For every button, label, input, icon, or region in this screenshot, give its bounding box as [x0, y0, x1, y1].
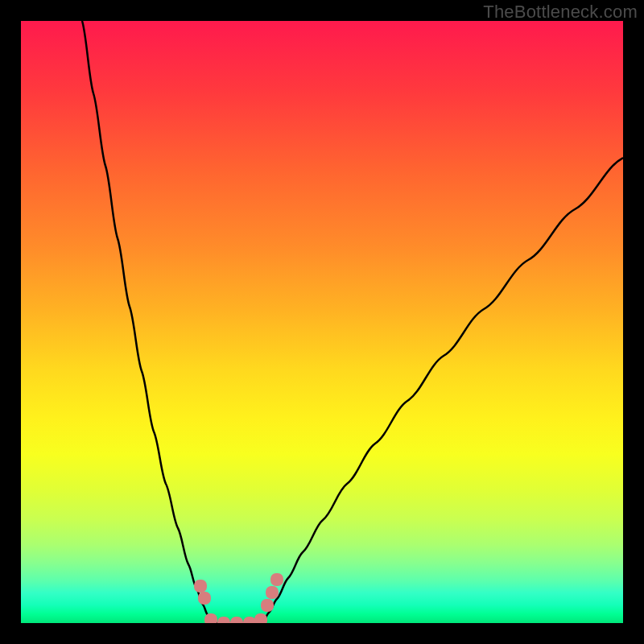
chart-svg: [21, 21, 623, 623]
marker-dot: [261, 599, 274, 612]
marker-dot: [266, 586, 279, 599]
curve-group: [82, 21, 623, 623]
left-bottleneck-curve: [82, 21, 213, 623]
marker-dot: [270, 573, 283, 586]
marker-dot: [198, 592, 211, 605]
marker-dot: [204, 613, 217, 623]
right-bottleneck-curve: [262, 158, 623, 623]
marker-dot: [254, 613, 267, 623]
marker-dot: [194, 580, 207, 592]
marker-dot: [217, 617, 230, 623]
chart-frame: TheBottleneck.com: [0, 0, 644, 644]
marker-group: [194, 573, 283, 623]
watermark-text: TheBottleneck.com: [483, 2, 638, 23]
marker-dot: [243, 617, 256, 623]
chart-plot-area: [21, 21, 623, 623]
marker-dot: [230, 617, 243, 623]
